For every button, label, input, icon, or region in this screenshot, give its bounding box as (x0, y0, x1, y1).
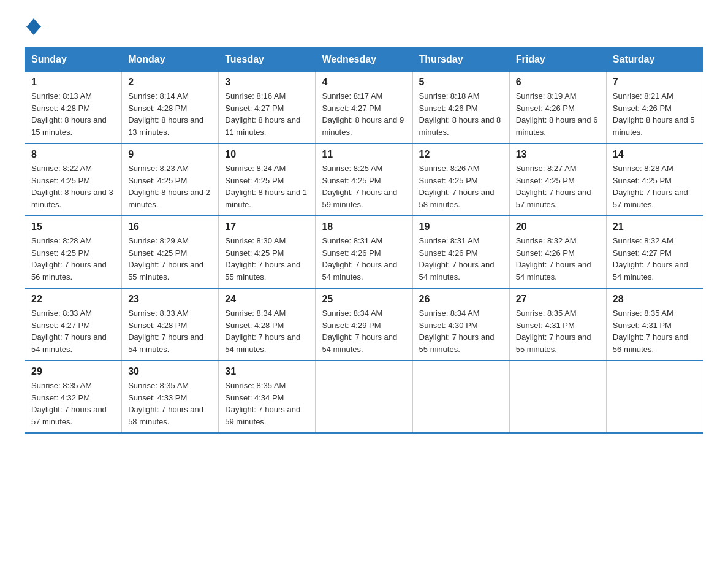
table-row: 26 Sunrise: 8:34 AM Sunset: 4:30 PM Dayl… (412, 288, 509, 361)
day-info: Sunrise: 8:16 AM Sunset: 4:27 PM Dayligh… (225, 90, 309, 138)
day-info: Sunrise: 8:27 AM Sunset: 4:25 PM Dayligh… (516, 163, 600, 210)
day-number: 30 (128, 366, 212, 377)
day-number: 2 (128, 77, 212, 88)
day-number: 13 (516, 149, 600, 160)
day-number: 10 (225, 149, 309, 160)
day-info: Sunrise: 8:35 AM Sunset: 4:31 PM Dayligh… (516, 307, 600, 355)
table-row (509, 361, 606, 433)
day-info: Sunrise: 8:32 AM Sunset: 4:26 PM Dayligh… (516, 235, 600, 283)
day-number: 28 (613, 294, 697, 305)
day-number: 21 (613, 221, 697, 232)
day-number: 16 (128, 221, 212, 232)
day-info: Sunrise: 8:35 AM Sunset: 4:31 PM Dayligh… (613, 307, 697, 355)
table-row: 9 Sunrise: 8:23 AM Sunset: 4:25 PM Dayli… (122, 144, 219, 216)
day-info: Sunrise: 8:33 AM Sunset: 4:28 PM Dayligh… (128, 307, 212, 355)
day-number: 23 (128, 294, 212, 305)
day-info: Sunrise: 8:24 AM Sunset: 4:25 PM Dayligh… (225, 163, 309, 210)
day-info: Sunrise: 8:30 AM Sunset: 4:25 PM Dayligh… (225, 235, 309, 283)
table-row: 13 Sunrise: 8:27 AM Sunset: 4:25 PM Dayl… (509, 144, 606, 216)
table-row: 12 Sunrise: 8:26 AM Sunset: 4:25 PM Dayl… (412, 144, 509, 216)
day-number: 20 (516, 221, 600, 232)
day-number: 31 (225, 366, 309, 377)
day-number: 9 (128, 149, 212, 160)
calendar-week-row: 29 Sunrise: 8:35 AM Sunset: 4:32 PM Dayl… (25, 361, 703, 433)
day-number: 8 (31, 149, 115, 160)
table-row: 24 Sunrise: 8:34 AM Sunset: 4:28 PM Dayl… (219, 288, 316, 361)
table-row: 25 Sunrise: 8:34 AM Sunset: 4:29 PM Dayl… (316, 288, 412, 361)
day-info: Sunrise: 8:19 AM Sunset: 4:26 PM Dayligh… (516, 90, 600, 138)
day-info: Sunrise: 8:31 AM Sunset: 4:26 PM Dayligh… (322, 235, 406, 283)
table-row: 21 Sunrise: 8:32 AM Sunset: 4:27 PM Dayl… (606, 216, 703, 288)
table-row: 31 Sunrise: 8:35 AM Sunset: 4:34 PM Dayl… (219, 361, 316, 433)
day-number: 18 (322, 221, 406, 232)
calendar-header-row: Sunday Monday Tuesday Wednesday Thursday… (25, 48, 703, 72)
day-info: Sunrise: 8:13 AM Sunset: 4:28 PM Dayligh… (31, 90, 115, 138)
day-number: 5 (419, 77, 503, 88)
day-info: Sunrise: 8:17 AM Sunset: 4:27 PM Dayligh… (322, 90, 406, 138)
day-info: Sunrise: 8:31 AM Sunset: 4:26 PM Dayligh… (419, 235, 503, 283)
day-info: Sunrise: 8:28 AM Sunset: 4:25 PM Dayligh… (613, 163, 697, 210)
table-row (316, 361, 412, 433)
day-info: Sunrise: 8:32 AM Sunset: 4:27 PM Dayligh… (613, 235, 697, 283)
day-number: 27 (516, 294, 600, 305)
day-info: Sunrise: 8:26 AM Sunset: 4:25 PM Dayligh… (419, 163, 503, 210)
day-number: 24 (225, 294, 309, 305)
calendar-week-row: 22 Sunrise: 8:33 AM Sunset: 4:27 PM Dayl… (25, 288, 703, 361)
day-number: 1 (31, 77, 115, 88)
header-wednesday: Wednesday (316, 48, 412, 72)
table-row: 8 Sunrise: 8:22 AM Sunset: 4:25 PM Dayli… (25, 144, 122, 216)
table-row: 7 Sunrise: 8:21 AM Sunset: 4:26 PM Dayli… (606, 72, 703, 144)
day-number: 22 (31, 294, 115, 305)
table-row: 10 Sunrise: 8:24 AM Sunset: 4:25 PM Dayl… (219, 144, 316, 216)
table-row: 18 Sunrise: 8:31 AM Sunset: 4:26 PM Dayl… (316, 216, 412, 288)
table-row: 4 Sunrise: 8:17 AM Sunset: 4:27 PM Dayli… (316, 72, 412, 144)
calendar-table: Sunday Monday Tuesday Wednesday Thursday… (25, 47, 703, 434)
table-row: 2 Sunrise: 8:14 AM Sunset: 4:28 PM Dayli… (122, 72, 219, 144)
table-row: 20 Sunrise: 8:32 AM Sunset: 4:26 PM Dayl… (509, 216, 606, 288)
table-row: 1 Sunrise: 8:13 AM Sunset: 4:28 PM Dayli… (25, 72, 122, 144)
table-row: 30 Sunrise: 8:35 AM Sunset: 4:33 PM Dayl… (122, 361, 219, 433)
table-row: 17 Sunrise: 8:30 AM Sunset: 4:25 PM Dayl… (219, 216, 316, 288)
header-sunday: Sunday (25, 48, 122, 72)
calendar-week-row: 8 Sunrise: 8:22 AM Sunset: 4:25 PM Dayli… (25, 144, 703, 216)
day-number: 29 (31, 366, 115, 377)
day-info: Sunrise: 8:34 AM Sunset: 4:28 PM Dayligh… (225, 307, 309, 355)
day-number: 19 (419, 221, 503, 232)
day-number: 7 (613, 77, 697, 88)
logo (25, 18, 41, 35)
table-row: 14 Sunrise: 8:28 AM Sunset: 4:25 PM Dayl… (606, 144, 703, 216)
page-header (25, 18, 703, 35)
table-row: 6 Sunrise: 8:19 AM Sunset: 4:26 PM Dayli… (509, 72, 606, 144)
day-number: 3 (225, 77, 309, 88)
day-number: 25 (322, 294, 406, 305)
day-info: Sunrise: 8:35 AM Sunset: 4:32 PM Dayligh… (31, 380, 115, 427)
day-info: Sunrise: 8:14 AM Sunset: 4:28 PM Dayligh… (128, 90, 212, 138)
day-info: Sunrise: 8:28 AM Sunset: 4:25 PM Dayligh… (31, 235, 115, 283)
day-info: Sunrise: 8:34 AM Sunset: 4:30 PM Dayligh… (419, 307, 503, 355)
day-number: 11 (322, 149, 406, 160)
table-row: 15 Sunrise: 8:28 AM Sunset: 4:25 PM Dayl… (25, 216, 122, 288)
table-row (606, 361, 703, 433)
day-info: Sunrise: 8:21 AM Sunset: 4:26 PM Dayligh… (613, 90, 697, 138)
day-number: 26 (419, 294, 503, 305)
table-row: 29 Sunrise: 8:35 AM Sunset: 4:32 PM Dayl… (25, 361, 122, 433)
table-row: 3 Sunrise: 8:16 AM Sunset: 4:27 PM Dayli… (219, 72, 316, 144)
table-row: 16 Sunrise: 8:29 AM Sunset: 4:25 PM Dayl… (122, 216, 219, 288)
header-monday: Monday (122, 48, 219, 72)
header-tuesday: Tuesday (219, 48, 316, 72)
calendar-week-row: 1 Sunrise: 8:13 AM Sunset: 4:28 PM Dayli… (25, 72, 703, 144)
day-info: Sunrise: 8:29 AM Sunset: 4:25 PM Dayligh… (128, 235, 212, 283)
day-info: Sunrise: 8:35 AM Sunset: 4:33 PM Dayligh… (128, 380, 212, 427)
table-row: 23 Sunrise: 8:33 AM Sunset: 4:28 PM Dayl… (122, 288, 219, 361)
table-row: 28 Sunrise: 8:35 AM Sunset: 4:31 PM Dayl… (606, 288, 703, 361)
header-friday: Friday (509, 48, 606, 72)
day-info: Sunrise: 8:34 AM Sunset: 4:29 PM Dayligh… (322, 307, 406, 355)
calendar-week-row: 15 Sunrise: 8:28 AM Sunset: 4:25 PM Dayl… (25, 216, 703, 288)
day-info: Sunrise: 8:33 AM Sunset: 4:27 PM Dayligh… (31, 307, 115, 355)
day-info: Sunrise: 8:23 AM Sunset: 4:25 PM Dayligh… (128, 163, 212, 210)
day-number: 15 (31, 221, 115, 232)
day-number: 17 (225, 221, 309, 232)
header-thursday: Thursday (412, 48, 509, 72)
day-number: 6 (516, 77, 600, 88)
table-row: 27 Sunrise: 8:35 AM Sunset: 4:31 PM Dayl… (509, 288, 606, 361)
